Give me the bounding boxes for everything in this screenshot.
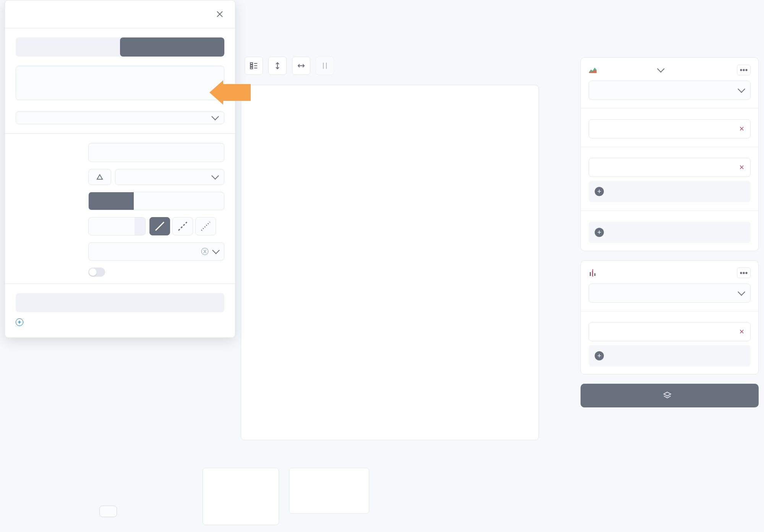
- chart-card: [241, 85, 539, 440]
- vertical-axis-field[interactable]: ×: [589, 158, 751, 177]
- remove-icon[interactable]: ×: [739, 124, 744, 134]
- color-swatch: [94, 248, 101, 255]
- icon-preview[interactable]: [88, 169, 111, 185]
- chevron-down-icon: [738, 288, 745, 296]
- annotations-index-select[interactable]: [589, 284, 751, 303]
- horizontal-axis-field[interactable]: ×: [589, 119, 751, 138]
- annotations-icon: [589, 269, 597, 277]
- line-width-input[interactable]: [89, 217, 135, 235]
- line-style-dashed[interactable]: [172, 217, 193, 235]
- svg-line-17: [178, 222, 187, 230]
- svg-rect-1: [250, 65, 253, 66]
- breakdown-dropzone[interactable]: +: [589, 222, 751, 243]
- layer-actions-button[interactable]: •••: [737, 268, 751, 278]
- remove-icon[interactable]: ×: [739, 162, 744, 172]
- chevron-down-icon: [738, 85, 745, 93]
- toolbar-btn-axis-bottom[interactable]: [292, 57, 310, 75]
- icon-decoration-select[interactable]: [115, 169, 224, 185]
- svg-line-16: [156, 222, 164, 230]
- line-dashed-icon: [177, 221, 188, 232]
- chevron-down-icon: [211, 113, 219, 120]
- line-width-input-wrap: [88, 217, 146, 235]
- placement-custom-query[interactable]: [120, 37, 224, 57]
- vis-type-select[interactable]: [589, 66, 663, 73]
- tooltip-fields-empty[interactable]: [16, 293, 224, 312]
- toolbar-btn-axis-left[interactable]: [268, 57, 287, 75]
- layers-icon: [663, 391, 672, 400]
- annotations-title: [589, 269, 601, 277]
- sparkline-icon: [207, 472, 275, 521]
- text-deco-name[interactable]: [134, 192, 179, 210]
- axis-disabled-icon: [321, 62, 329, 70]
- layer-actions-button[interactable]: •••: [737, 65, 751, 75]
- line-style-dotted[interactable]: [195, 217, 216, 235]
- text-decoration-group[interactable]: [88, 192, 224, 210]
- hide-annotation-toggle[interactable]: [88, 268, 105, 277]
- close-icon: [216, 10, 224, 18]
- vis-index-select[interactable]: [589, 81, 751, 100]
- add-annotation-dropzone[interactable]: +: [589, 345, 751, 367]
- chevron-down-icon: [212, 247, 220, 254]
- legend-icon: [250, 62, 258, 70]
- layer-card-visualization: ••• ×: [581, 57, 759, 251]
- svg-rect-12: [594, 273, 595, 276]
- annotation-flyout: ⓧ +: [5, 0, 235, 338]
- current-visualization-button[interactable]: [99, 506, 117, 517]
- chevron-down-icon: [211, 172, 219, 180]
- chart-canvas: [250, 96, 529, 422]
- axis-left-icon: [273, 62, 282, 70]
- svg-line-18: [201, 222, 210, 230]
- vertical-axis-dropzone[interactable]: +: [589, 181, 751, 202]
- area-chart-icon: [589, 66, 597, 73]
- svg-rect-0: [250, 63, 253, 64]
- clear-color-icon[interactable]: ⓧ: [201, 247, 209, 257]
- line-style-solid[interactable]: [149, 217, 170, 235]
- plus-icon: +: [595, 228, 604, 237]
- plus-icon: +: [595, 187, 604, 196]
- toolbar-btn-legend[interactable]: [245, 57, 263, 75]
- svg-rect-10: [590, 272, 591, 276]
- text-deco-none[interactable]: [89, 192, 134, 210]
- toolbar-btn-split: [316, 57, 334, 75]
- remove-icon[interactable]: ×: [739, 327, 744, 337]
- add-field-link[interactable]: +: [16, 318, 224, 326]
- layer-card-annotations: ••• × +: [581, 260, 759, 375]
- axis-bottom-icon: [297, 62, 305, 70]
- triangle-icon: [96, 174, 103, 180]
- mini-chart-card[interactable]: [203, 468, 279, 525]
- annotation-name-input[interactable]: [88, 143, 224, 162]
- line-dotted-icon: [200, 221, 211, 232]
- chart-toolbar: [245, 57, 334, 75]
- color-picker[interactable]: ⓧ: [88, 242, 224, 261]
- text-deco-field[interactable]: [179, 192, 224, 210]
- target-date-field-select[interactable]: [16, 111, 224, 124]
- annotation-color-dot: [595, 329, 600, 334]
- plus-circle-icon: +: [16, 318, 23, 326]
- add-layer-button[interactable]: [581, 384, 759, 407]
- right-panel: ••• ×: [581, 57, 759, 407]
- close-button[interactable]: [215, 10, 224, 19]
- annotation-field[interactable]: ×: [589, 322, 751, 341]
- plus-icon: +: [595, 351, 604, 360]
- series-color-dot: [595, 165, 600, 170]
- line-solid-icon: [154, 221, 165, 232]
- annotation-query-input[interactable]: [16, 66, 224, 100]
- svg-rect-2: [250, 67, 253, 69]
- metric-card[interactable]: [289, 468, 369, 514]
- placement-type-toggle[interactable]: [16, 37, 224, 57]
- chevron-down-icon: [657, 65, 665, 73]
- placement-static[interactable]: [16, 37, 120, 57]
